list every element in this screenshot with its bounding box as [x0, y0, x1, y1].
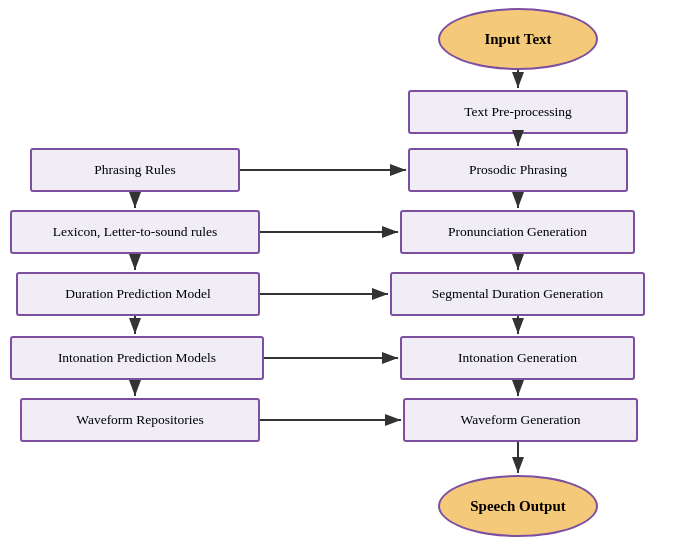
- arrows-overlay: [0, 0, 700, 541]
- pronunciation-generation-label: Pronunciation Generation: [448, 224, 587, 240]
- lexicon-rules-box: Lexicon, Letter-to-sound rules: [10, 210, 260, 254]
- intonation-prediction-label: Intonation Prediction Models: [58, 350, 216, 366]
- intonation-generation-box: Intonation Generation: [400, 336, 635, 380]
- speech-output-ellipse: Speech Output: [438, 475, 598, 537]
- duration-prediction-box: Duration Prediction Model: [16, 272, 260, 316]
- phrasing-rules-box: Phrasing Rules: [30, 148, 240, 192]
- intonation-prediction-box: Intonation Prediction Models: [10, 336, 264, 380]
- waveform-generation-label: Waveform Generation: [461, 412, 581, 428]
- diagram: Input Text Speech Output Text Pre-proces…: [0, 0, 700, 541]
- intonation-generation-label: Intonation Generation: [458, 350, 577, 366]
- prosodic-phrasing-box: Prosodic Phrasing: [408, 148, 628, 192]
- text-preprocessing-box: Text Pre-processing: [408, 90, 628, 134]
- text-preprocessing-label: Text Pre-processing: [464, 104, 571, 120]
- input-text-label: Input Text: [484, 31, 551, 48]
- prosodic-phrasing-label: Prosodic Phrasing: [469, 162, 567, 178]
- segmental-duration-box: Segmental Duration Generation: [390, 272, 645, 316]
- segmental-duration-label: Segmental Duration Generation: [432, 286, 604, 302]
- duration-prediction-label: Duration Prediction Model: [65, 286, 210, 302]
- speech-output-label: Speech Output: [470, 498, 565, 515]
- input-text-ellipse: Input Text: [438, 8, 598, 70]
- phrasing-rules-label: Phrasing Rules: [94, 162, 175, 178]
- waveform-repositories-box: Waveform Repositories: [20, 398, 260, 442]
- lexicon-rules-label: Lexicon, Letter-to-sound rules: [53, 224, 217, 240]
- waveform-generation-box: Waveform Generation: [403, 398, 638, 442]
- waveform-repositories-label: Waveform Repositories: [76, 412, 204, 428]
- pronunciation-generation-box: Pronunciation Generation: [400, 210, 635, 254]
